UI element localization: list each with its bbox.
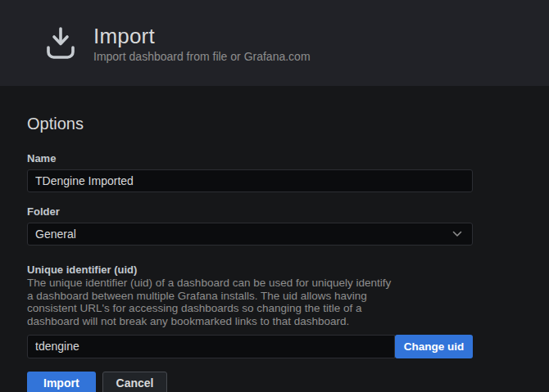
page-title: Import <box>93 24 311 48</box>
uid-field-group: Unique identifier (uid) The unique ident… <box>27 264 473 358</box>
name-label: Name <box>27 152 473 164</box>
uid-label: Unique identifier (uid) <box>27 264 473 276</box>
folder-field-group: Folder General <box>27 205 473 246</box>
uid-input[interactable] <box>27 335 395 358</box>
import-options-form: Options Name Folder General Unique ident… <box>0 86 549 392</box>
change-uid-button[interactable]: Change uid <box>395 335 473 358</box>
form-actions: Import Cancel <box>27 372 522 392</box>
dashboard-name-input[interactable] <box>27 169 473 192</box>
chevron-down-icon <box>452 231 462 237</box>
folder-label: Folder <box>27 205 473 218</box>
uid-description: The unique identifier (uid) of a dashboa… <box>27 277 394 328</box>
page-subtitle: Import dashboard from file or Grafana.co… <box>93 50 311 63</box>
name-field-group: Name <box>27 152 473 192</box>
options-heading: Options <box>27 115 522 133</box>
folder-select[interactable]: General <box>27 223 473 246</box>
page-header: Import Import dashboard from file or Gra… <box>0 0 549 86</box>
import-button[interactable]: Import <box>27 372 96 392</box>
cancel-button[interactable]: Cancel <box>102 372 168 392</box>
folder-selected-value: General <box>35 228 76 241</box>
download-icon <box>45 25 78 61</box>
